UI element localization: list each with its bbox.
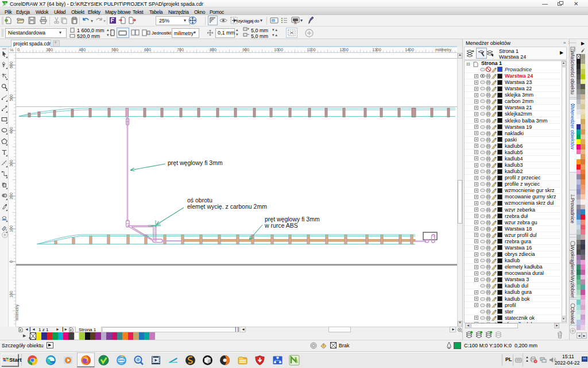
svg-text:w rurce ABS: w rurce ABS (264, 222, 298, 229)
svg-text:elemęt wycię. z carbonu 2mm: elemęt wycię. z carbonu 2mm (187, 203, 267, 210)
svg-text:pręt węglowy fi 3mm: pręt węglowy fi 3mm (168, 159, 223, 166)
